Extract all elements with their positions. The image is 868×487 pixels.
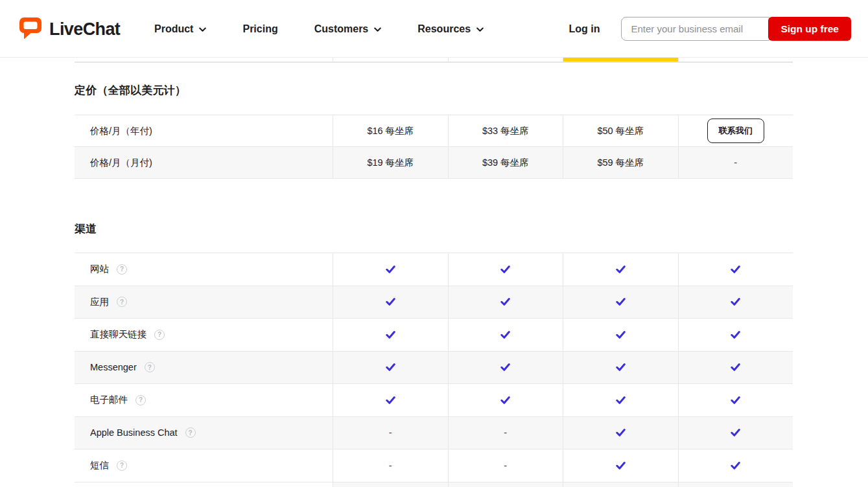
nav-item-pricing[interactable]: Pricing: [242, 23, 277, 35]
nav-label: Product: [154, 23, 193, 35]
check-icon: [616, 266, 626, 273]
value-cell: $39 每坐席: [448, 147, 563, 178]
sliver-col: [333, 482, 448, 487]
value-cell: -: [448, 417, 563, 449]
value-cell: [563, 286, 678, 319]
sliver-col: [448, 482, 563, 487]
contact-us-button[interactable]: 联系我们: [707, 119, 764, 143]
check-icon: [731, 363, 740, 371]
nav-label: Resources: [417, 23, 471, 35]
value-cell: -: [333, 417, 448, 449]
check-icon: [616, 462, 626, 470]
check-icon: [616, 331, 626, 339]
not-available-dash: -: [504, 427, 507, 438]
value-cell: [678, 352, 793, 384]
pricing-section-title: 定价（全部以美元计）: [75, 83, 186, 98]
table-row: 短信?--: [75, 449, 793, 482]
site-header: LiveChat Product Pricing Customers Resou…: [0, 0, 868, 58]
check-icon: [616, 429, 626, 436]
not-available-dash: -: [389, 460, 392, 471]
help-icon[interactable]: ?: [117, 297, 127, 307]
price-value: $16 每坐席: [367, 125, 414, 137]
page: LiveChat Product Pricing Customers Resou…: [0, 0, 868, 487]
check-icon: [616, 298, 626, 306]
check-icon: [731, 462, 740, 470]
check-icon: [500, 331, 510, 339]
table-row: 直接聊天链接?: [75, 319, 793, 352]
table-row: 价格/月（月付)$19 每坐席$39 每坐席$59 每坐席-: [75, 147, 793, 179]
row-label: 应用: [90, 296, 109, 308]
value-cell: [678, 286, 793, 319]
check-icon: [731, 429, 740, 436]
signup-group: Sign up free: [621, 17, 851, 41]
price-value: $39 每坐席: [482, 157, 529, 169]
help-icon[interactable]: ?: [117, 264, 127, 275]
help-icon[interactable]: ?: [185, 427, 196, 438]
row-label: 电子邮件: [90, 394, 128, 406]
livechat-logo[interactable]: LiveChat: [18, 16, 120, 43]
value-cell: [678, 253, 793, 286]
value-cell: [678, 319, 793, 351]
help-icon[interactable]: ?: [145, 362, 155, 372]
business-email-input[interactable]: [621, 17, 773, 41]
value-cell: [563, 384, 678, 416]
value-cell: [563, 352, 678, 384]
value-cell: $16 每坐席: [333, 115, 448, 146]
nav-item-resources[interactable]: Resources: [417, 23, 484, 35]
row-label: 价格/月（月付): [90, 157, 152, 169]
value-cell: [333, 319, 448, 351]
price-value: $59 每坐席: [597, 157, 644, 169]
price-value: $19 每坐席: [367, 157, 414, 169]
row-label: 直接聊天链接: [90, 328, 147, 341]
value-cell: [448, 319, 563, 351]
row-label-cell: 价格/月（月付): [75, 147, 333, 178]
nav-label: Customers: [314, 23, 369, 35]
value-cell: [333, 352, 448, 384]
check-icon: [731, 396, 740, 404]
login-link[interactable]: Log in: [569, 23, 600, 35]
value-cell: [448, 253, 563, 286]
next-row-sliver: [75, 482, 793, 487]
help-icon[interactable]: ?: [117, 460, 127, 471]
pricing-table: 价格/月（年付)$16 每坐席$33 每坐席$50 每坐席联系我们价格/月（月付…: [75, 115, 793, 179]
check-icon: [616, 396, 626, 404]
row-label: Messenger: [90, 362, 137, 372]
chevron-down-icon: [374, 23, 381, 35]
livechat-logo-text: LiveChat: [49, 19, 120, 40]
check-icon: [731, 331, 740, 339]
value-cell: [563, 417, 678, 449]
header-actions: Log in Sign up free: [569, 0, 851, 58]
help-icon[interactable]: ?: [135, 395, 146, 405]
value-cell: [448, 286, 563, 319]
value-cell: -: [448, 449, 563, 482]
value-cell: -: [678, 147, 793, 178]
row-label: 短信: [90, 459, 109, 471]
value-cell: [563, 449, 678, 482]
help-icon[interactable]: ?: [154, 330, 165, 340]
value-cell: [563, 319, 678, 351]
row-label: Apple Business Chat: [90, 427, 178, 438]
row-label-cell: Messenger?: [75, 352, 333, 384]
nav-item-product[interactable]: Product: [154, 23, 206, 35]
check-icon: [500, 266, 510, 273]
table-row: 电子邮件?: [75, 384, 793, 417]
livechat-logo-icon: [18, 16, 43, 43]
value-cell: [333, 384, 448, 416]
check-icon: [386, 331, 395, 339]
channels-section-title: 渠道: [75, 221, 97, 236]
row-label-cell: 直接聊天链接?: [75, 319, 333, 351]
nav-item-customers[interactable]: Customers: [314, 23, 382, 35]
not-available-dash: -: [734, 157, 737, 168]
signup-free-button[interactable]: Sign up free: [768, 17, 851, 41]
value-cell: [333, 286, 448, 319]
table-row: Apple Business Chat?--: [75, 417, 793, 450]
value-cell: $19 每坐席: [333, 147, 448, 178]
value-cell: [448, 352, 563, 384]
sliver-label-cell: [75, 482, 333, 487]
table-row: 网站?: [75, 253, 793, 286]
value-cell: 联系我们: [678, 115, 793, 146]
price-value: $50 每坐席: [597, 125, 644, 137]
row-label-cell: 网站?: [75, 253, 333, 286]
check-icon: [386, 396, 395, 404]
value-cell: [448, 384, 563, 416]
